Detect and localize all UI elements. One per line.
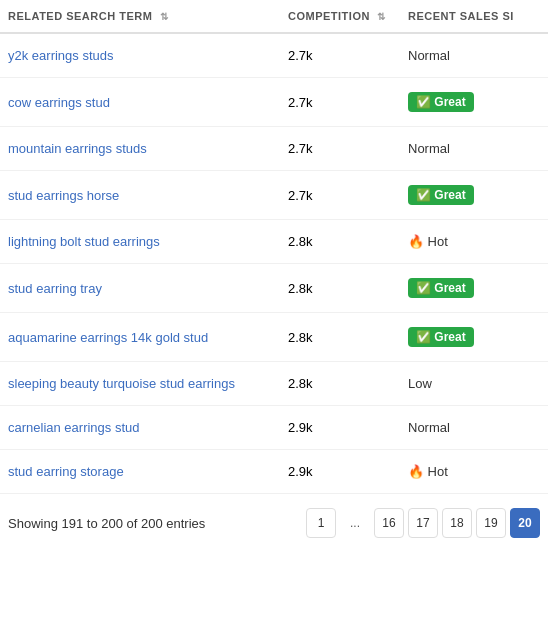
sales-badge: Low (400, 362, 548, 406)
table-row: cow earrings stud2.7k✅ Great (0, 78, 548, 127)
term-link[interactable]: sleeping beauty turquoise stud earrings (8, 376, 235, 391)
competition-value: 2.9k (280, 450, 400, 494)
col-header-competition[interactable]: COMPETITION ⇅ (280, 0, 400, 33)
table-row: carnelian earrings stud2.9kNormal (0, 406, 548, 450)
sales-badge: ✅ Great (400, 171, 548, 220)
table-row: stud earring tray2.8k✅ Great (0, 264, 548, 313)
competition-value: 2.8k (280, 220, 400, 264)
term-link[interactable]: stud earring storage (8, 464, 124, 479)
page-button[interactable]: 16 (374, 508, 404, 538)
sort-icon-term[interactable]: ⇅ (160, 11, 169, 22)
table-row: stud earring storage2.9k🔥 Hot (0, 450, 548, 494)
competition-value: 2.7k (280, 171, 400, 220)
table-row: mountain earrings studs2.7kNormal (0, 127, 548, 171)
term-link[interactable]: cow earrings stud (8, 95, 110, 110)
term-link[interactable]: lightning bolt stud earrings (8, 234, 160, 249)
table-row: aquamarine earrings 14k gold stud2.8k✅ G… (0, 313, 548, 362)
competition-value: 2.8k (280, 264, 400, 313)
sales-badge: ✅ Great (400, 264, 548, 313)
term-link[interactable]: aquamarine earrings 14k gold stud (8, 330, 208, 345)
table-row: y2k earrings studs2.7kNormal (0, 33, 548, 78)
sales-badge: Normal (400, 406, 548, 450)
sort-icon-competition[interactable]: ⇅ (377, 11, 386, 22)
page-button[interactable]: 18 (442, 508, 472, 538)
col-header-term[interactable]: RELATED SEARCH TERM ⇅ (0, 0, 280, 33)
competition-value: 2.8k (280, 313, 400, 362)
competition-value: 2.9k (280, 406, 400, 450)
term-link[interactable]: mountain earrings studs (8, 141, 147, 156)
competition-value: 2.7k (280, 78, 400, 127)
sales-badge: ✅ Great (400, 313, 548, 362)
sales-badge: 🔥 Hot (400, 220, 548, 264)
table-row: sleeping beauty turquoise stud earrings2… (0, 362, 548, 406)
page-button[interactable]: 1 (306, 508, 336, 538)
pagination: 1...1617181920 (306, 508, 540, 538)
term-link[interactable]: stud earring tray (8, 281, 102, 296)
sales-badge: ✅ Great (400, 78, 548, 127)
term-link[interactable]: stud earrings horse (8, 188, 119, 203)
sales-badge: Normal (400, 127, 548, 171)
competition-value: 2.7k (280, 33, 400, 78)
competition-value: 2.7k (280, 127, 400, 171)
table-row: lightning bolt stud earrings2.8k🔥 Hot (0, 220, 548, 264)
table-header-row: RELATED SEARCH TERM ⇅ COMPETITION ⇅ RECE… (0, 0, 548, 33)
pagination-ellipsis: ... (340, 508, 370, 538)
term-link[interactable]: y2k earrings studs (8, 48, 114, 63)
page-button[interactable]: 19 (476, 508, 506, 538)
table-footer: Showing 191 to 200 of 200 entries 1...16… (0, 494, 548, 552)
sales-badge: 🔥 Hot (400, 450, 548, 494)
col-header-sales: RECENT SALES SI (400, 0, 548, 33)
page-button[interactable]: 20 (510, 508, 540, 538)
competition-value: 2.8k (280, 362, 400, 406)
search-terms-table: RELATED SEARCH TERM ⇅ COMPETITION ⇅ RECE… (0, 0, 548, 494)
term-link[interactable]: carnelian earrings stud (8, 420, 140, 435)
page-button[interactable]: 17 (408, 508, 438, 538)
sales-badge: Normal (400, 33, 548, 78)
table-row: stud earrings horse2.7k✅ Great (0, 171, 548, 220)
showing-text: Showing 191 to 200 of 200 entries (8, 516, 205, 531)
